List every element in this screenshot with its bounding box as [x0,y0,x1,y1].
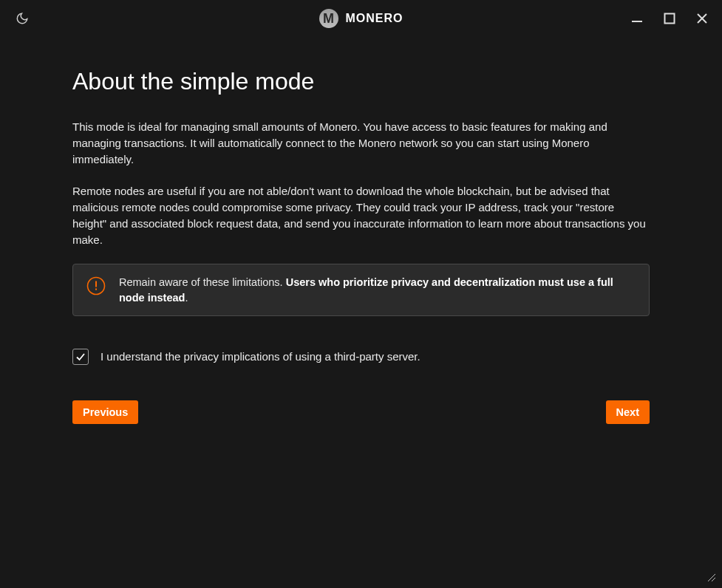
warning-text: Remain aware of these limitations. Users… [119,275,636,305]
app-title: MONERO [346,12,403,25]
svg-rect-0 [632,21,642,22]
previous-button[interactable]: Previous [72,400,138,424]
svg-rect-6 [95,289,97,290]
svg-rect-5 [95,281,97,287]
moon-icon [16,12,29,25]
monero-logo-icon: M [319,9,338,28]
svg-line-8 [712,578,715,581]
maximize-button[interactable] [663,12,676,25]
intro-paragraph-2: Remote nodes are useful if you are not a… [72,183,650,247]
check-icon [75,351,86,363]
main-content: About the simple mode This mode is ideal… [0,37,722,424]
warning-box: Remain aware of these limitations. Users… [72,264,650,316]
next-button[interactable]: Next [606,400,650,424]
close-icon [696,13,708,24]
window-controls [630,12,709,25]
svg-rect-1 [665,14,675,24]
theme-toggle-button[interactable] [13,10,31,27]
close-button[interactable] [695,12,709,25]
resize-icon [706,572,718,584]
minimize-icon [631,13,643,24]
maximize-icon [664,13,675,24]
warning-prefix: Remain aware of these limitations. [119,276,286,288]
page-title: About the simple mode [72,68,650,95]
intro-paragraph-1: This mode is ideal for managing small am… [72,119,650,167]
consent-checkbox-label[interactable]: I understand the privacy implications of… [101,350,420,363]
svg-line-7 [708,574,715,581]
consent-checkbox-row: I understand the privacy implications of… [72,349,650,365]
warning-icon [86,276,106,295]
navigation-buttons: Previous Next [72,400,650,424]
consent-checkbox[interactable] [72,349,89,365]
warning-suffix: . [185,292,188,304]
minimize-button[interactable] [630,12,644,25]
titlebar: M MONERO [0,0,722,37]
titlebar-brand: M MONERO [319,9,403,28]
resize-handle[interactable] [706,572,718,584]
